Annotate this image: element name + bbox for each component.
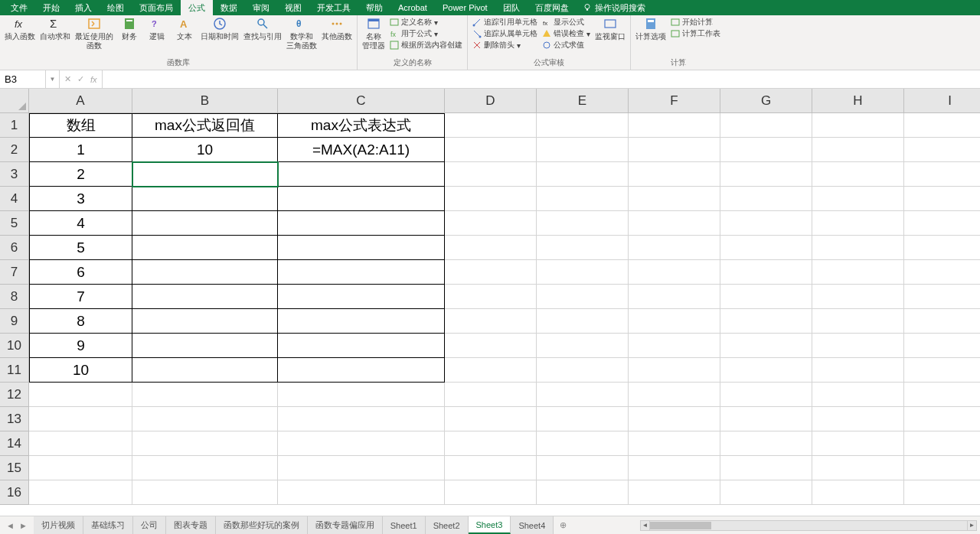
cell-B7[interactable] <box>132 260 278 285</box>
financial-button[interactable]: 财务 <box>118 17 141 41</box>
cell-E15[interactable] <box>537 456 629 480</box>
cell-F10[interactable] <box>629 334 720 358</box>
row-header-16[interactable]: 16 <box>0 480 29 505</box>
use-in-formula-button[interactable]: fx用于公式 ▾ <box>390 28 462 39</box>
cell-I15[interactable] <box>904 456 980 480</box>
sheet-tab-8[interactable]: Sheet3 <box>469 516 511 534</box>
cell-F5[interactable] <box>629 211 720 236</box>
cell-B1[interactable]: max公式返回值 <box>132 113 278 138</box>
cell-H15[interactable] <box>812 456 904 480</box>
cell-D8[interactable] <box>445 285 537 309</box>
cell-E14[interactable] <box>537 431 629 456</box>
tell-me-search[interactable]: 操作说明搜索 <box>583 2 645 14</box>
enter-formula-icon[interactable]: ✓ <box>77 74 84 84</box>
cell-A8[interactable]: 7 <box>29 285 132 309</box>
cell-G16[interactable] <box>720 480 812 505</box>
column-header-F[interactable]: F <box>629 89 720 113</box>
cell-B12[interactable] <box>132 383 278 407</box>
cell-B3[interactable] <box>132 162 278 187</box>
cell-C4[interactable] <box>278 187 445 211</box>
cell-C3[interactable] <box>278 162 445 187</box>
cell-H2[interactable] <box>812 138 904 162</box>
sheet-tab-3[interactable]: 图表专题 <box>166 516 216 534</box>
cell-H4[interactable] <box>812 187 904 211</box>
cell-D12[interactable] <box>445 383 537 407</box>
cell-D10[interactable] <box>445 334 537 358</box>
cell-I6[interactable] <box>904 236 980 260</box>
cell-E3[interactable] <box>537 162 629 187</box>
cell-C15[interactable] <box>278 456 445 480</box>
trace-dependents-button[interactable]: 追踪从属单元格 <box>472 28 537 39</box>
cell-F8[interactable] <box>629 285 720 309</box>
menu-tab-13[interactable]: 团队 <box>495 0 528 15</box>
cell-A9[interactable]: 8 <box>29 309 132 334</box>
scroll-right-icon[interactable]: ► <box>967 521 976 530</box>
cell-A14[interactable] <box>29 431 132 456</box>
name-manager-button[interactable]: 名称 管理器 <box>362 17 385 50</box>
row-header-9[interactable]: 9 <box>0 309 29 334</box>
cell-I14[interactable] <box>904 431 980 456</box>
cell-C16[interactable] <box>278 480 445 505</box>
sheet-tab-9[interactable]: Sheet4 <box>511 516 554 534</box>
error-checking-button[interactable]: 错误检查 ▾ <box>542 28 590 39</box>
more-functions-button[interactable]: 其他函数 <box>322 17 352 41</box>
column-header-E[interactable]: E <box>537 89 629 113</box>
cell-I8[interactable] <box>904 285 980 309</box>
cell-F16[interactable] <box>629 480 720 505</box>
cell-F4[interactable] <box>629 187 720 211</box>
cell-I11[interactable] <box>904 358 980 383</box>
column-header-C[interactable]: C <box>278 89 445 113</box>
row-header-1[interactable]: 1 <box>0 113 29 138</box>
autosum-button[interactable]: Σ自动求和 <box>40 17 70 41</box>
cell-G5[interactable] <box>720 211 812 236</box>
cancel-formula-icon[interactable]: ✕ <box>64 74 71 84</box>
cell-A16[interactable] <box>29 480 132 505</box>
logical-button[interactable]: ?逻辑 <box>145 17 168 41</box>
cell-I2[interactable] <box>904 138 980 162</box>
define-name-button[interactable]: 定义名称 ▾ <box>390 17 462 28</box>
text-button[interactable]: A文本 <box>173 17 196 41</box>
trace-precedents-button[interactable]: 追踪引用单元格 <box>472 17 537 28</box>
cell-E7[interactable] <box>537 260 629 285</box>
cell-F1[interactable] <box>629 113 720 138</box>
cell-E1[interactable] <box>537 113 629 138</box>
cell-D16[interactable] <box>445 480 537 505</box>
menu-tab-6[interactable]: 数据 <box>213 0 245 15</box>
cell-F11[interactable] <box>629 358 720 383</box>
cell-A6[interactable]: 5 <box>29 236 132 260</box>
horizontal-scrollbar[interactable]: ◄ ► <box>640 520 977 531</box>
cell-B16[interactable] <box>132 480 278 505</box>
cell-G2[interactable] <box>720 138 812 162</box>
cell-C8[interactable] <box>278 285 445 309</box>
cell-A2[interactable]: 1 <box>29 138 132 162</box>
cell-F2[interactable] <box>629 138 720 162</box>
cell-E6[interactable] <box>537 236 629 260</box>
select-all-corner[interactable] <box>0 89 29 113</box>
row-header-4[interactable]: 4 <box>0 187 29 211</box>
cell-I13[interactable] <box>904 407 980 431</box>
cell-G12[interactable] <box>720 383 812 407</box>
row-header-10[interactable]: 10 <box>0 334 29 358</box>
cell-G14[interactable] <box>720 431 812 456</box>
cell-A11[interactable]: 10 <box>29 358 132 383</box>
cell-C2[interactable]: =MAX(A2:A11) <box>278 138 445 162</box>
cell-G8[interactable] <box>720 285 812 309</box>
calculation-options-button[interactable]: 计算选项 <box>635 17 666 41</box>
cell-H14[interactable] <box>812 431 904 456</box>
cell-F6[interactable] <box>629 236 720 260</box>
menu-tab-3[interactable]: 绘图 <box>100 0 132 15</box>
cell-E2[interactable] <box>537 138 629 162</box>
cell-B6[interactable] <box>132 236 278 260</box>
cell-C11[interactable] <box>278 358 445 383</box>
cell-E12[interactable] <box>537 383 629 407</box>
cell-F14[interactable] <box>629 431 720 456</box>
cell-B5[interactable] <box>132 211 278 236</box>
cell-C6[interactable] <box>278 236 445 260</box>
column-header-B[interactable]: B <box>132 89 278 113</box>
scroll-left-icon[interactable]: ◄ <box>641 521 650 530</box>
column-header-I[interactable]: I <box>904 89 980 113</box>
cell-I3[interactable] <box>904 162 980 187</box>
menu-tab-2[interactable]: 插入 <box>67 0 100 15</box>
cell-I7[interactable] <box>904 260 980 285</box>
cell-D5[interactable] <box>445 211 537 236</box>
